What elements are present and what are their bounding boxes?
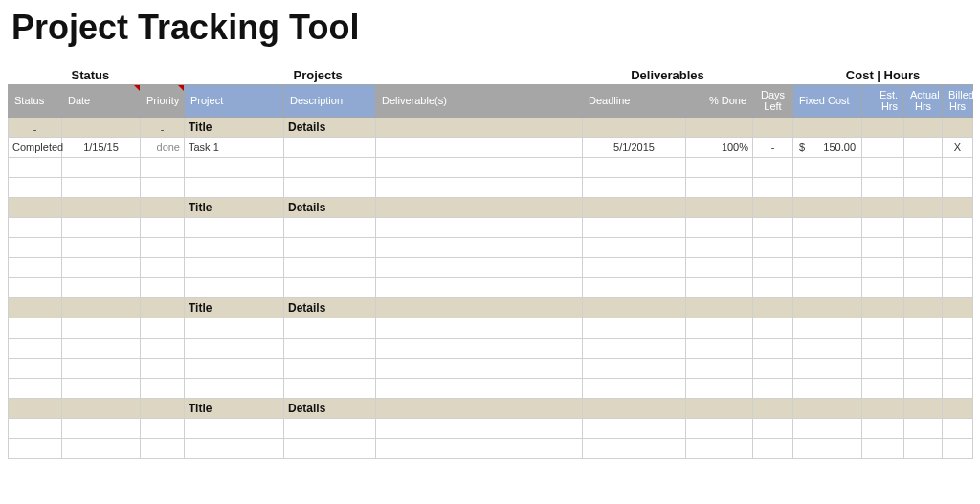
table-row[interactable]: [9, 338, 973, 358]
cell-billed-hrs[interactable]: X: [943, 137, 973, 157]
col-date[interactable]: Date: [62, 84, 141, 117]
group-deliverables: Deliverables: [583, 65, 753, 84]
col-priority[interactable]: Priority: [141, 84, 185, 117]
table-row[interactable]: [9, 257, 973, 277]
cell-project[interactable]: Task 1: [185, 137, 284, 157]
table-row[interactable]: [9, 438, 973, 458]
col-fixed-cost[interactable]: Fixed Cost: [793, 84, 862, 117]
table-row[interactable]: [9, 318, 973, 338]
cell-date[interactable]: 1/15/15: [62, 137, 141, 157]
col-est-hrs[interactable]: Est. Hrs: [862, 84, 904, 117]
table-row[interactable]: [9, 237, 973, 257]
table-row[interactable]: [9, 177, 973, 197]
table-row[interactable]: [9, 418, 973, 438]
table-row[interactable]: Completed 1/15/15 done Task 1 5/1/2015 1…: [9, 137, 973, 157]
cell-priority[interactable]: done: [141, 137, 185, 157]
section-status-dash: -: [9, 117, 62, 137]
table-row[interactable]: [9, 277, 973, 297]
section-title: Title: [185, 398, 284, 418]
table-row[interactable]: [9, 157, 973, 177]
group-cost-hours: Cost | Hours: [793, 65, 973, 84]
section-details: Details: [284, 197, 376, 217]
currency-value: 150.00: [823, 142, 856, 153]
col-pct-done[interactable]: % Done: [686, 84, 753, 117]
section-header-row: - - Title Details: [9, 117, 973, 137]
tracking-table: Status Projects Deliverables Cost | Hour…: [8, 65, 973, 459]
section-header-row: Title Details: [9, 297, 973, 318]
header-row: Status Date Priority Project Description…: [9, 84, 973, 117]
cell-pct-done[interactable]: 100%: [686, 137, 753, 157]
group-projects: Projects: [284, 65, 376, 84]
col-status[interactable]: Status: [9, 84, 62, 117]
cell-actual-hrs[interactable]: [904, 137, 943, 157]
table-row[interactable]: [9, 358, 973, 378]
section-details: Details: [284, 117, 376, 137]
col-deliverables[interactable]: Deliverable(s): [376, 84, 583, 117]
table-row[interactable]: [9, 217, 973, 237]
table-row[interactable]: [9, 378, 973, 398]
cell-est-hrs[interactable]: [862, 137, 904, 157]
col-actual-hrs[interactable]: Actual Hrs: [904, 84, 943, 117]
section-header-row: Title Details: [9, 197, 973, 217]
section-priority-dash: -: [141, 117, 185, 137]
col-project[interactable]: Project: [185, 84, 284, 117]
cell-status[interactable]: Completed: [9, 137, 62, 157]
cell-deliverables[interactable]: [376, 137, 583, 157]
page-title: Project Tracking Tool: [11, 8, 978, 48]
col-days-left[interactable]: Days Left: [753, 84, 793, 117]
currency-symbol: $: [799, 142, 805, 153]
section-details: Details: [284, 297, 376, 318]
section-title: Title: [185, 197, 284, 217]
cell-days-left[interactable]: -: [753, 137, 793, 157]
section-header-row: Title Details: [9, 398, 973, 418]
section-title: Title: [185, 297, 284, 318]
col-deadline[interactable]: Deadline: [583, 84, 686, 117]
cell-description[interactable]: [284, 137, 376, 157]
group-status: Status: [62, 65, 141, 84]
col-billed-hrs[interactable]: Billed Hrs: [943, 84, 973, 117]
section-details: Details: [284, 398, 376, 418]
section-title: Title: [185, 117, 284, 137]
cell-fixed-cost[interactable]: $ 150.00: [793, 137, 862, 157]
cell-deadline[interactable]: 5/1/2015: [583, 137, 686, 157]
group-label-row: Status Projects Deliverables Cost | Hour…: [9, 65, 973, 84]
col-description[interactable]: Description: [284, 84, 376, 117]
